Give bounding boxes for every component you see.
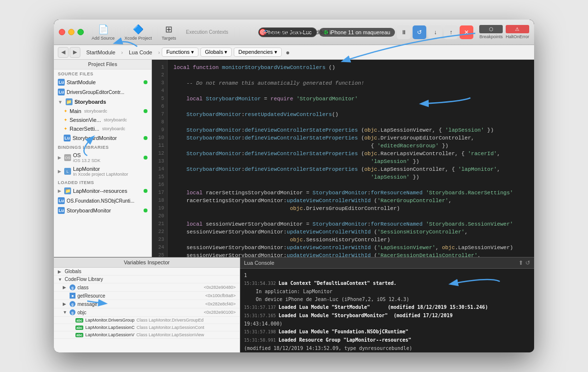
execution-contexts-label: Execution Contexts [186, 29, 228, 35]
breadcrumb-lua-code[interactable]: Lua Code [125, 48, 156, 56]
sidebar-header: Project Files [54, 60, 151, 70]
scroll-down-button[interactable]: ↺ [525, 259, 530, 266]
xcode-icon: 🔷 [133, 24, 144, 35]
sidebar-item-storyboard-monitor-loaded[interactable]: Lu StoryboardMonitor [54, 206, 151, 215]
badge-main [144, 109, 147, 113]
var-class[interactable]: ▶ g class <0x282e90480> [54, 283, 240, 292]
circle-icon: g [70, 284, 75, 290]
sidebar-item-storyboard-monitor[interactable]: Lu StoryboardMonitor [54, 133, 151, 143]
breakpoints-button[interactable]: ⬡ Breakpoints [479, 25, 503, 39]
badge-resources [144, 189, 147, 193]
xcode-label: Xcode Project [124, 36, 152, 41]
sidebar-item-lapmonitor-lib[interactable]: ▶ L LapMonitor In Xcode project LapMonit… [54, 164, 151, 178]
console-line: On device iPhone de Jean-Luc (iPhone7,2,… [244, 296, 530, 303]
sidebar-item-start-module[interactable]: Lu StartModule [54, 77, 151, 87]
code-editor: 12345 678910 1112131415 1617181920 21222… [152, 60, 534, 257]
var-get-resource[interactable]: ■ getResource <0x100cfb9a8> [54, 292, 240, 300]
variable-list: ▶ Globals ▼ CodeFlow Library ▶ g class <… [54, 268, 240, 352]
sidebar: Project Files SOURCE FILES Lu StartModul… [54, 60, 152, 257]
globals-dropdown[interactable]: Globals ▾ [200, 47, 232, 57]
toolbar-left: 📄 Add Source 🔷 Xcode Project ⊞ Targets E… [89, 23, 258, 42]
console-line: 1 [244, 272, 530, 279]
square-icon: ■ [70, 293, 75, 299]
badge-os [144, 156, 147, 160]
console-line: 19:43:14.000) [244, 320, 530, 327]
close-button[interactable] [59, 29, 65, 35]
title-text: LapMonitor — Edited [270, 28, 329, 36]
console-line: 15:31:57.165 Loaded Lua Module "Storyboa… [244, 312, 530, 320]
editor-content[interactable]: 12345 678910 1112131415 1617181920 21222… [152, 60, 534, 257]
lua-icon: Lu [58, 89, 65, 95]
targets-button[interactable]: ⊞ Targets [159, 23, 179, 42]
halt-on-error-button[interactable]: ⚠ HaltOnError [506, 25, 529, 39]
add-source-label: Add Source [92, 36, 115, 41]
device2-selector[interactable]: iPhone 11 on maquereau [319, 28, 395, 37]
xcode-project-button[interactable]: 🔷 Xcode Project [122, 23, 155, 42]
sidebar-item-drivers[interactable]: Lu DriversGroupEditorContr... [54, 87, 151, 97]
main-window: 📄 Add Source 🔷 Xcode Project ⊞ Targets E… [54, 20, 534, 352]
secondary-toolbar: ◀ ▶ StartModule › Lua Code › Functions ▾… [54, 45, 534, 60]
scroll-up-button[interactable]: ⬆ [518, 259, 523, 266]
console-line: (modified 18/12/2019 14:13:52.09, type d… [244, 345, 530, 352]
sidebar-item-storyboards[interactable]: ▼ 📁 Storyboards [54, 97, 151, 107]
console-line: 15:31:57.137 Loaded Lua Module "StartMod… [244, 303, 530, 311]
lua-icon: Lu [58, 197, 65, 204]
main-content: Project Files SOURCE FILES Lu StartModul… [54, 60, 534, 257]
breadcrumb-start-module[interactable]: StartModule [82, 48, 119, 56]
lua-icon: Lu [64, 135, 71, 141]
abc-icon: abc [75, 326, 83, 330]
pause-button[interactable]: ⏸ [397, 25, 411, 39]
targets-icon: ⊞ [165, 24, 172, 35]
code-text[interactable]: local function monitorStoryboardViewCont… [168, 60, 534, 257]
add-source-button[interactable]: 📄 Add Source [89, 23, 118, 42]
sidebar-item-racer-settings[interactable]: ✦ RacerSetti... storyboardc [54, 124, 151, 133]
console-line: 15:31:58.991 Loaded Resource Group "LapM… [244, 336, 530, 344]
maximize-button[interactable] [77, 29, 84, 35]
step-over-button[interactable]: ↓ [428, 25, 442, 39]
bottom-area: Variables Inspector ▶ Globals ▼ CodeFlow… [54, 257, 534, 352]
sidebar-item-main[interactable]: ✦ Main storyboardc [54, 107, 151, 116]
step-into-button[interactable]: ↑ [444, 25, 458, 39]
console-line: 15:31:57.198 Loaded Lua Module "Foundati… [244, 328, 530, 336]
back-button[interactable]: ◀ [58, 47, 69, 58]
section-source-files: SOURCE FILES [54, 70, 151, 77]
refresh-button[interactable]: ↺ [413, 25, 426, 39]
stop-button[interactable]: ✕ [460, 25, 473, 39]
abc-icon: abc [75, 333, 83, 337]
section-bindings: BINDINGS LIBRARIES [54, 143, 151, 151]
folder-icon: 📁 [64, 187, 71, 194]
var-drivers-group[interactable]: abc LapMonitor.DriversGroup Class LapMon… [54, 317, 240, 324]
var-codeflow[interactable]: ▼ CodeFlow Library [54, 276, 240, 283]
window-title: 🎯 LapMonitor — Edited [259, 28, 329, 36]
os-icon: OS [64, 154, 71, 161]
circle-button[interactable]: ● [286, 48, 290, 56]
device2-label: iPhone 11 on maquereau [330, 29, 391, 35]
line-numbers: 12345 678910 1112131415 1617181920 21222… [152, 60, 168, 257]
lua-icon: Lu [58, 79, 65, 86]
badge-storyboard-monitor [144, 136, 147, 140]
console-controls: ⬆ ↺ [518, 259, 530, 266]
lib-icon: L [64, 168, 71, 175]
titlebar: 📄 Add Source 🔷 Xcode Project ⊞ Targets E… [54, 20, 534, 45]
circle-icon: g [70, 301, 75, 307]
variables-header: Variables Inspector [54, 257, 240, 268]
dependencies-dropdown[interactable]: Dependencies ▾ [234, 47, 281, 57]
forward-button[interactable]: ▶ [70, 47, 80, 58]
functions-dropdown[interactable]: Functions ▾ [162, 47, 198, 57]
var-globals[interactable]: ▶ Globals [54, 268, 240, 276]
sidebar-item-session-viewer[interactable]: ✦ SessionVie... storyboardc [54, 116, 151, 124]
sidebar-item-resources[interactable]: ▶ 📁 LapMonitor--resources [54, 186, 151, 196]
minimize-button[interactable] [68, 29, 74, 35]
var-lap-session-v[interactable]: abc LapMonitor.LapSessionV Class LapMoni… [54, 331, 240, 339]
badge-start-module [144, 80, 147, 84]
title-icon: 🎯 [259, 28, 267, 36]
debug-tools: ⬡ Breakpoints ⚠ HaltOnError [479, 25, 529, 39]
sidebar-item-os[interactable]: ▶ OS OS iOS 13.2 SDK [54, 151, 151, 164]
var-lap-session-c[interactable]: abc LapMonitor.LapSessionC Class LapMoni… [54, 324, 240, 331]
var-objc[interactable]: ▼ g objc <0x282e90100> [54, 308, 240, 317]
var-message[interactable]: ▶ g message <0x282e8cf40> [54, 300, 240, 308]
folder-icon: 📁 [66, 98, 73, 105]
targets-label: Targets [162, 36, 176, 41]
sidebar-item-os-foundation[interactable]: Lu OS.Foundation.NSObjCRunti... [54, 196, 151, 206]
add-source-icon: 📄 [98, 24, 109, 35]
